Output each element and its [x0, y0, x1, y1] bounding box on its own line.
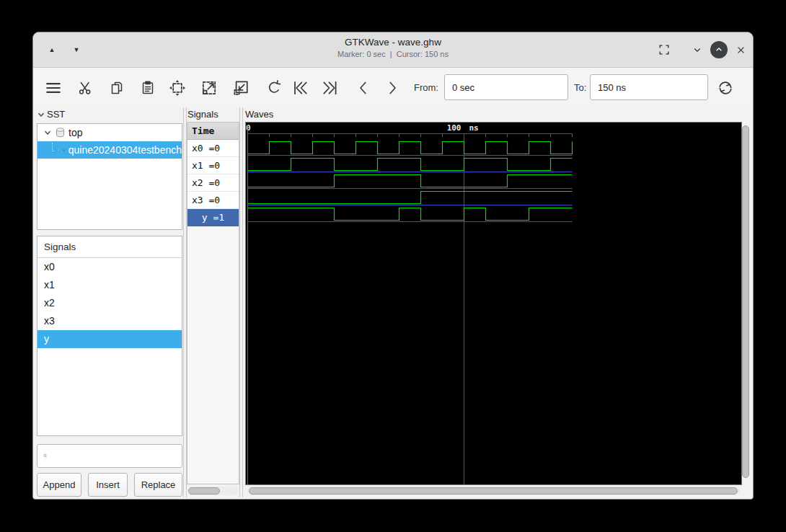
- database-cylinder-icon: [55, 127, 66, 138]
- signal-list-header: Signals: [37, 236, 182, 258]
- names-frame-label: Signals: [187, 109, 218, 120]
- signal-names-panel: Time x0 =0 x1 =0 x2 =0 x3 =0 y =1: [187, 122, 239, 484]
- search-icon: [43, 451, 48, 461]
- tree-guide-line: [52, 143, 54, 151]
- to-label: To:: [574, 82, 586, 93]
- copy-icon: [108, 79, 125, 97]
- expander-down-icon: [43, 128, 52, 137]
- chevron-right-icon: [383, 79, 402, 97]
- gtkwave-window: ▲ ▼ GTKWave - wave.ghw Marker: 0 sec | C…: [32, 32, 754, 500]
- copy-button[interactable]: [105, 76, 128, 99]
- chevron-left-icon: [354, 79, 373, 97]
- shade-up-button[interactable]: ▲: [42, 40, 62, 60]
- triangle-down-icon: ▼: [74, 47, 80, 53]
- signal-search-list: Signals x0 x1 x2 x3 y: [37, 236, 182, 436]
- zoom-in-button[interactable]: [198, 76, 221, 99]
- sst-label: SST: [47, 109, 65, 120]
- hamburger-menu-icon: [43, 78, 63, 98]
- expander-down-icon: [37, 110, 45, 119]
- expander-right-icon: [57, 146, 59, 154]
- svg-text:100: 100: [447, 123, 462, 133]
- wave-canvas-svg[interactable]: 0100ns: [246, 123, 741, 484]
- append-button[interactable]: Append: [37, 473, 81, 497]
- from-input[interactable]: [444, 74, 568, 100]
- go-to-start-button[interactable]: [288, 76, 312, 99]
- module-globe-icon: [63, 144, 66, 156]
- cut-button[interactable]: [74, 76, 97, 99]
- list-item-y[interactable]: y: [37, 330, 182, 348]
- waves-frame-label: Waves: [245, 109, 273, 120]
- triangle-up-icon: ▲: [49, 47, 56, 53]
- toolbar: From: To:: [33, 68, 753, 107]
- reload-button[interactable]: [714, 76, 737, 99]
- tree-item-top[interactable]: top: [37, 124, 182, 141]
- search-box[interactable]: [37, 444, 182, 468]
- paste-button[interactable]: [136, 76, 159, 99]
- keep-above-button[interactable]: [710, 41, 728, 58]
- undo-arrow-icon: [265, 79, 283, 97]
- time-header: Time: [187, 123, 239, 140]
- waves-hscrollbar-thumb[interactable]: [249, 487, 738, 495]
- titlebar-text: GTKWave - wave.ghw Marker: 0 sec | Curso…: [33, 37, 753, 58]
- maximize-button[interactable]: [654, 40, 674, 60]
- tree-item-testbench[interactable]: quine20240304testbench: [37, 141, 182, 159]
- replace-button[interactable]: Replace: [134, 473, 182, 497]
- name-row-y[interactable]: y =1: [187, 209, 239, 226]
- svg-text:0: 0: [246, 123, 251, 133]
- names-hscrollbar-track[interactable]: [187, 487, 239, 495]
- maximize-icon: [657, 43, 671, 57]
- from-label: From:: [414, 82, 438, 93]
- previous-edge-button[interactable]: [352, 76, 375, 99]
- zoom-fit-button[interactable]: [166, 76, 189, 99]
- name-row-x2[interactable]: x2 =0: [187, 174, 239, 192]
- skip-to-start-icon: [290, 78, 310, 98]
- name-row-x0[interactable]: x0 =0: [187, 140, 239, 157]
- name-row-x1[interactable]: x1 =0: [187, 157, 239, 174]
- zoom-in-arrow-icon: [199, 78, 219, 98]
- list-item-x3[interactable]: x3: [37, 312, 182, 330]
- svg-text:ns: ns: [469, 123, 479, 133]
- zoom-fit-icon: [167, 78, 187, 98]
- sst-header[interactable]: SST: [37, 109, 65, 120]
- menu-chevron-button[interactable]: [687, 40, 707, 60]
- shade-down-button[interactable]: ▼: [66, 40, 87, 60]
- tree-item-label: top: [69, 127, 82, 138]
- tree-item-label: quine20240304testbench: [69, 144, 182, 156]
- close-icon: [735, 44, 747, 56]
- name-row-x3[interactable]: x3 =0: [187, 192, 239, 209]
- list-item-x2[interactable]: x2: [37, 294, 182, 312]
- list-item-x0[interactable]: x0: [37, 258, 182, 276]
- right-splitter[interactable]: [239, 107, 243, 497]
- zoom-out-button[interactable]: [229, 76, 252, 99]
- search-input[interactable]: [52, 450, 182, 462]
- window-subtitle: Marker: 0 sec | Cursor: 150 ns: [33, 50, 753, 58]
- window-title: GTKWave - wave.ghw: [33, 37, 753, 48]
- close-button[interactable]: [730, 40, 751, 60]
- wave-canvas[interactable]: 0100ns: [245, 122, 742, 485]
- reload-icon: [715, 78, 736, 98]
- waves-vscrollbar-thumb[interactable]: [742, 125, 749, 478]
- scissors-icon: [76, 79, 94, 97]
- to-input[interactable]: [590, 74, 708, 100]
- titlebar[interactable]: ▲ ▼ GTKWave - wave.ghw Marker: 0 sec | C…: [33, 32, 753, 68]
- insert-button[interactable]: Insert: [88, 473, 128, 497]
- sst-tree: top quine20240304testbench: [37, 123, 182, 230]
- zoom-out-arrow-icon: [231, 78, 251, 98]
- menu-button[interactable]: [42, 76, 65, 99]
- waves-hscrollbar-track[interactable]: [247, 487, 741, 495]
- skip-to-end-icon: [320, 78, 340, 98]
- chevron-down-icon: [691, 43, 704, 56]
- undo-button[interactable]: [262, 76, 286, 99]
- list-item-x1[interactable]: x1: [37, 276, 182, 294]
- names-hscrollbar-thumb[interactable]: [188, 487, 220, 495]
- go-to-end-button[interactable]: [319, 76, 342, 99]
- paste-clipboard-icon: [139, 79, 156, 97]
- chevron-up-icon: [713, 44, 725, 56]
- next-edge-button[interactable]: [381, 76, 404, 99]
